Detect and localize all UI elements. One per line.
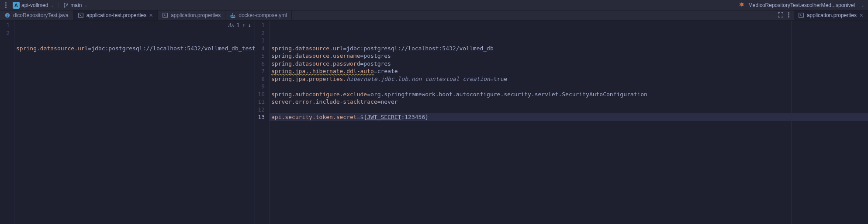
- chevron-down-icon: ⌄: [51, 3, 54, 7]
- next-match-icon[interactable]: ↓: [248, 22, 251, 30]
- code-line[interactable]: [270, 129, 868, 136]
- tab-label: application.properties: [171, 12, 221, 18]
- find-result-badge: AA 1 ↑ ↓: [228, 21, 251, 30]
- find-count: 1: [236, 22, 239, 30]
- docker-file-icon: [230, 12, 236, 18]
- close-icon[interactable]: ✕: [149, 13, 153, 18]
- editor-tab[interactable]: application.properties: [158, 10, 225, 20]
- svg-point-14: [788, 16, 789, 18]
- svg-point-0: [64, 3, 65, 4]
- more-tabs-icon[interactable]: [787, 11, 790, 20]
- java-file-icon: J: [4, 12, 10, 18]
- svg-rect-11: [234, 15, 235, 16]
- editor-tab[interactable]: docker-compose.yml: [225, 10, 292, 20]
- editor-pane-left[interactable]: 12 AA 1 ↑ ↓ spring.datasource.url=jdbc:p…: [0, 21, 255, 224]
- svg-point-12: [788, 12, 789, 14]
- tab-label: application-test.properties: [86, 12, 146, 18]
- svg-point-13: [788, 14, 789, 15]
- props-file-icon: [798, 12, 804, 18]
- props-file-icon: [162, 12, 168, 18]
- branch-name-label: main: [70, 2, 82, 8]
- svg-rect-10: [232, 14, 233, 15]
- editor-tab[interactable]: application-test.properties✕: [73, 10, 158, 20]
- editor-tab[interactable]: JdicoRepositoryTest.java: [0, 10, 73, 20]
- code-editor[interactable]: spring.datasource.url=jdbc:postgresql://…: [270, 21, 868, 224]
- code-line[interactable]: [270, 106, 868, 114]
- svg-point-1: [64, 6, 65, 7]
- code-line[interactable]: spring.datasource.url=jdbc:postgresql://…: [14, 45, 255, 52]
- code-line[interactable]: spring.autoconfigure.exclude=org.springf…: [270, 91, 868, 98]
- code-editor[interactable]: AA 1 ↑ ↓ spring.datasource.url=jdbc:post…: [14, 21, 255, 224]
- code-line[interactable]: [14, 52, 255, 60]
- title-bar: A api-vollmed ⌄ main ⌄ MedicoRepositoryT…: [0, 0, 868, 10]
- main-menu-button[interactable]: [3, 0, 8, 10]
- close-icon[interactable]: ✕: [859, 13, 863, 18]
- code-line[interactable]: [270, 83, 868, 91]
- prev-match-icon[interactable]: ↑: [242, 22, 246, 30]
- code-line[interactable]: spring.datasource.url=jdbc:postgresql://…: [270, 45, 868, 52]
- code-line[interactable]: spring.datasource.password=postgres: [270, 60, 868, 68]
- expand-icon[interactable]: [777, 11, 785, 20]
- tab-label: docker-compose.yml: [239, 12, 287, 18]
- svg-rect-9: [232, 15, 233, 16]
- svg-rect-8: [231, 15, 232, 16]
- code-line[interactable]: [270, 136, 868, 144]
- svg-point-3: [740, 3, 743, 6]
- chevron-down-icon[interactable]: ⌄: [861, 3, 865, 7]
- svg-text:J: J: [7, 14, 8, 17]
- split-editor-view: 12 AA 1 ↑ ↓ spring.datasource.url=jdbc:p…: [0, 21, 868, 224]
- project-badge-icon: A: [13, 2, 20, 9]
- tab-label: application.properties: [807, 12, 857, 18]
- debug-icon: [739, 1, 745, 9]
- branch-icon: [63, 3, 69, 8]
- code-line[interactable]: spring.jpa..hibernate.ddl-auto=create: [270, 67, 868, 75]
- editor-tab[interactable]: application.properties✕: [794, 10, 868, 20]
- props-file-icon: [78, 12, 84, 18]
- code-line[interactable]: spring.datasource.username=postgres: [270, 52, 868, 60]
- code-line[interactable]: [270, 121, 868, 129]
- case-match-icon[interactable]: AA: [228, 21, 234, 30]
- svg-point-2: [67, 4, 68, 4]
- chevron-down-icon: ⌄: [84, 3, 88, 7]
- code-line[interactable]: spring.jpa.properties.hibernate.jdbc.lob…: [270, 75, 868, 83]
- git-branch-selector[interactable]: main ⌄: [63, 2, 88, 8]
- project-selector[interactable]: A api-vollmed ⌄: [13, 2, 54, 9]
- editor-tabs-bar: JdicoRepositoryTest.javaapplication-test…: [0, 10, 868, 21]
- code-line[interactable]: api.security.token.secret=${JWT_SECRET:1…: [270, 113, 868, 121]
- editor-pane-right[interactable]: 12345678910111213 spring.datasource.url=…: [255, 21, 868, 224]
- tab-label: dicoRepositoryTest.java: [13, 12, 69, 18]
- project-name-label: api-vollmed: [21, 2, 48, 8]
- gutter: 12: [0, 21, 14, 224]
- code-line[interactable]: server.error.include-stacktrace=never: [270, 98, 868, 106]
- run-configuration-label[interactable]: MedicoRepositoryTest.escolherMed...sponi…: [748, 2, 855, 8]
- gutter: 12345678910111213: [255, 21, 269, 224]
